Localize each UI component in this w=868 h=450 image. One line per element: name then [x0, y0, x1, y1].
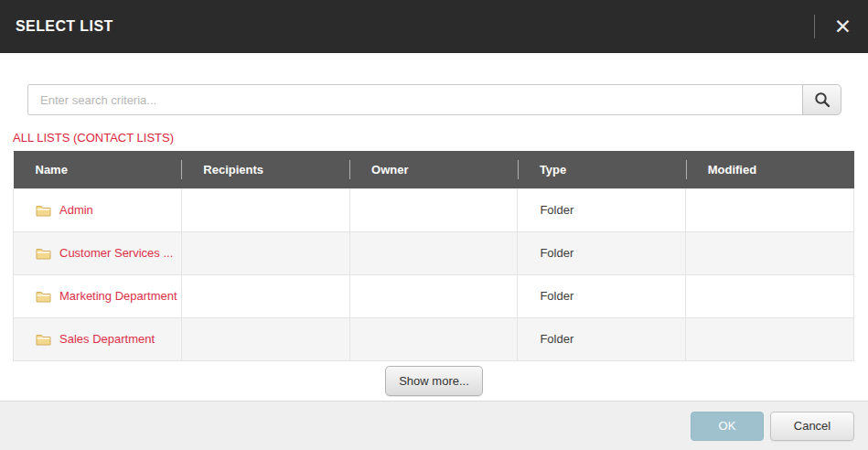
- search-input[interactable]: [27, 84, 803, 115]
- type-cell: Folder: [518, 188, 686, 231]
- modified-cell: [686, 274, 854, 317]
- show-more-container: Show more...: [0, 366, 868, 396]
- ok-button[interactable]: OK: [691, 412, 764, 441]
- type-cell: Folder: [518, 317, 686, 360]
- section-label: ALL LISTS (CONTACT LISTS): [13, 131, 868, 145]
- list-name-link[interactable]: Marketing Department: [59, 289, 177, 303]
- list-name-link[interactable]: Admin: [59, 203, 93, 217]
- name-cell: Sales Department: [14, 317, 182, 360]
- column-header-recipients: Recipients: [181, 151, 349, 188]
- name-cell: Customer Services ...: [14, 231, 182, 274]
- dialog-header: SELECT LIST ✕: [0, 0, 868, 53]
- name-cell: Admin: [14, 188, 182, 231]
- recipients-cell: [181, 317, 349, 360]
- column-header-modified: Modified: [686, 151, 854, 188]
- cancel-button[interactable]: Cancel: [770, 412, 854, 441]
- table-row: Admin Folder: [14, 188, 854, 231]
- search-button[interactable]: [802, 84, 841, 115]
- recipients-cell: [181, 231, 349, 274]
- column-header-name: Name: [14, 151, 182, 188]
- folder-icon: [36, 290, 51, 303]
- column-header-owner: Owner: [349, 151, 518, 188]
- type-cell: Folder: [518, 274, 686, 317]
- list-name-link[interactable]: Sales Department: [59, 332, 155, 346]
- search-bar: [27, 84, 841, 115]
- dialog-footer: OK Cancel: [0, 401, 868, 450]
- show-more-button[interactable]: Show more...: [385, 366, 483, 396]
- folder-icon: [36, 247, 51, 260]
- header-divider: [814, 15, 815, 38]
- table-row: Sales Department Folder: [14, 317, 854, 360]
- table-row: Marketing Department Folder: [14, 274, 854, 317]
- owner-cell: [349, 188, 518, 231]
- owner-cell: [349, 274, 518, 317]
- recipients-cell: [181, 188, 349, 231]
- type-cell: Folder: [518, 231, 686, 274]
- owner-cell: [349, 231, 518, 274]
- table-header: Name Recipients Owner Type Modified: [14, 151, 854, 188]
- modified-cell: [686, 188, 854, 231]
- dialog-title: SELECT LIST: [16, 18, 113, 35]
- table-body: Admin Folder Customer Services ...: [14, 188, 854, 360]
- folder-icon: [36, 333, 51, 346]
- name-cell: Marketing Department: [14, 274, 182, 317]
- recipients-cell: [181, 274, 349, 317]
- column-header-type: Type: [518, 151, 686, 188]
- modified-cell: [686, 317, 854, 360]
- dialog-header-actions: ✕: [814, 15, 855, 39]
- owner-cell: [349, 317, 518, 360]
- magnifier-icon: [814, 91, 830, 108]
- lists-table: Name Recipients Owner Type Modified Admi…: [13, 151, 854, 361]
- table-row: Customer Services ... Folder: [14, 231, 854, 274]
- modified-cell: [686, 231, 854, 274]
- select-list-dialog: SELECT LIST ✕ ALL LISTS (CONTACT LISTS) …: [0, 0, 868, 450]
- close-icon[interactable]: ✕: [830, 15, 855, 39]
- folder-icon: [36, 204, 51, 217]
- list-name-link[interactable]: Customer Services ...: [59, 246, 173, 260]
